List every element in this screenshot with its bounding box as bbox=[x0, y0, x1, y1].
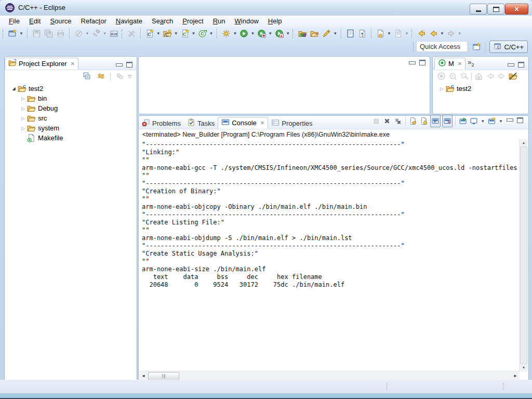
new-wizard-button[interactable] bbox=[7, 28, 19, 39]
open-console-dropdown-icon[interactable]: ▼ bbox=[499, 119, 503, 124]
minimize-view-icon[interactable] bbox=[116, 63, 123, 66]
skip-breakpoints-dropdown-icon[interactable]: ▼ bbox=[85, 31, 89, 36]
nav-back-icon[interactable] bbox=[485, 71, 496, 82]
new-wizard-dropdown-icon[interactable]: ▼ bbox=[19, 31, 23, 36]
stderr-sync-icon[interactable] bbox=[442, 115, 453, 127]
run-button[interactable] bbox=[238, 28, 250, 39]
back-dropdown-icon[interactable]: ▼ bbox=[440, 31, 444, 36]
save-button[interactable] bbox=[31, 28, 43, 39]
build-dropdown-icon[interactable]: ▼ bbox=[103, 31, 107, 36]
maximize-button[interactable] bbox=[487, 4, 504, 15]
tab-make-target[interactable]: M ✕ bbox=[434, 58, 466, 70]
tree-item-system[interactable]: ▷system bbox=[5, 123, 137, 133]
clear-console-icon[interactable] bbox=[408, 115, 418, 127]
bullseye-gray2-icon[interactable] bbox=[447, 71, 458, 82]
profile-run-button[interactable] bbox=[273, 28, 285, 39]
save-all-button[interactable] bbox=[43, 28, 55, 39]
maximize-view-icon[interactable] bbox=[517, 117, 523, 123]
next-annotation-dropdown-icon[interactable]: ▼ bbox=[387, 31, 391, 36]
open-folder-arrow-button[interactable] bbox=[309, 28, 321, 39]
doc-para-button[interactable]: ¶ bbox=[356, 28, 368, 39]
tree-item-src[interactable]: ▷src bbox=[5, 113, 137, 123]
display-console-dropdown-icon[interactable]: ▼ bbox=[481, 119, 485, 124]
c-analysis-button[interactable]: C bbox=[197, 28, 209, 39]
tab-tasks[interactable]: Tasks bbox=[184, 118, 218, 129]
tree-item-makefile[interactable]: Makefile bbox=[5, 133, 137, 143]
new-class-dropdown-icon[interactable]: ▼ bbox=[192, 31, 196, 36]
new-class-button[interactable]: C bbox=[179, 28, 191, 39]
cpp-perspective-button[interactable]: C C/C++ bbox=[489, 41, 528, 53]
close-button[interactable]: ✕ bbox=[505, 4, 528, 15]
menu-run[interactable]: Run bbox=[208, 16, 230, 26]
bullseye-gray3-icon[interactable] bbox=[459, 71, 470, 82]
tree-item-debug[interactable]: ▷Debug bbox=[5, 103, 137, 113]
collapse-arrow-icon[interactable]: ◢ bbox=[10, 86, 18, 91]
c-analysis-dropdown-icon[interactable]: ▼ bbox=[209, 31, 214, 36]
quick-access-box[interactable]: Quick Access bbox=[416, 41, 468, 52]
binary-folder-button[interactable]: 010 bbox=[108, 28, 120, 39]
pin-console-icon[interactable] bbox=[458, 115, 468, 127]
menu-project[interactable]: Project bbox=[178, 16, 208, 26]
open-perspective-button[interactable] bbox=[470, 41, 483, 52]
remove-all-icon[interactable] bbox=[393, 115, 403, 127]
doc-blue-button[interactable] bbox=[344, 28, 356, 39]
scroll-lock-icon[interactable] bbox=[419, 115, 429, 127]
remove-launch-icon[interactable] bbox=[382, 115, 392, 127]
next-annotation-button[interactable] bbox=[375, 28, 387, 39]
console-output[interactable]: "---------------------------------------… bbox=[139, 139, 520, 371]
back-history-button[interactable] bbox=[416, 28, 428, 39]
view-menu-icon[interactable]: ▽ bbox=[128, 74, 131, 79]
search-pencil-button[interactable] bbox=[321, 28, 332, 39]
editor-area[interactable] bbox=[138, 56, 430, 114]
link-editor-icon[interactable] bbox=[95, 71, 107, 82]
hide-folders-icon[interactable] bbox=[508, 71, 518, 82]
bullseye-gray1-icon[interactable] bbox=[436, 71, 447, 82]
console-vertical-scrollbar[interactable]: ▲ ▼ bbox=[519, 139, 528, 371]
tab-project-explorer[interactable]: Project Explorer ✕ bbox=[5, 58, 78, 70]
minimize-editor-icon[interactable] bbox=[409, 61, 416, 64]
menu-window[interactable]: Window bbox=[230, 16, 263, 26]
terminate-icon[interactable] bbox=[371, 115, 381, 127]
minimize-view-icon[interactable] bbox=[508, 63, 514, 66]
external-tools-dropdown-icon[interactable]: ▼ bbox=[233, 31, 237, 36]
nav-fwd-icon[interactable] bbox=[496, 71, 507, 82]
expand-arrow-icon[interactable]: ▷ bbox=[19, 126, 27, 131]
prev-annotation-button[interactable] bbox=[392, 28, 404, 39]
tab-problems[interactable]: Problems bbox=[139, 118, 184, 129]
search-pencil-dropdown-icon[interactable]: ▼ bbox=[333, 31, 337, 36]
close-view-icon[interactable]: ✕ bbox=[458, 61, 462, 66]
tree-item-test2[interactable]: ◢Ctest2 bbox=[5, 84, 137, 94]
scroll-down-icon[interactable]: ▼ bbox=[520, 364, 528, 371]
menu-help[interactable]: Help bbox=[263, 16, 287, 26]
tab-console[interactable]: Console✕ bbox=[218, 117, 268, 129]
new-c-folder-button[interactable]: C bbox=[162, 28, 174, 39]
display-console-icon[interactable] bbox=[469, 115, 478, 127]
skip-breakpoints-button[interactable] bbox=[73, 28, 85, 39]
close-view-icon[interactable]: ✕ bbox=[260, 120, 264, 126]
gears-icon[interactable] bbox=[114, 71, 126, 82]
debug-run-dropdown-icon[interactable]: ▼ bbox=[268, 31, 272, 36]
close-view-icon[interactable]: ✕ bbox=[70, 61, 74, 66]
expand-arrow-icon[interactable]: ▷ bbox=[438, 86, 446, 91]
scroll-thumb[interactable] bbox=[148, 372, 179, 380]
tab-properties[interactable]: Properties bbox=[268, 118, 315, 129]
maximize-view-icon[interactable] bbox=[126, 62, 132, 68]
run-dropdown-icon[interactable]: ▼ bbox=[250, 31, 255, 36]
expand-arrow-icon[interactable]: ▷ bbox=[19, 96, 27, 101]
open-console-icon[interactable] bbox=[487, 115, 497, 127]
maximize-editor-icon[interactable] bbox=[419, 60, 425, 65]
back-button[interactable] bbox=[428, 28, 440, 39]
home-icon[interactable] bbox=[473, 71, 484, 82]
menu-source[interactable]: Source bbox=[45, 16, 76, 26]
menu-refactor[interactable]: Refactor bbox=[76, 16, 111, 26]
menu-file[interactable]: File bbox=[4, 16, 24, 26]
forward-button[interactable] bbox=[445, 28, 457, 39]
external-tools-button[interactable] bbox=[220, 28, 232, 39]
new-c-file-dropdown-icon[interactable]: ▼ bbox=[156, 31, 161, 36]
expand-arrow-icon[interactable]: ▷ bbox=[19, 116, 27, 121]
tree-item-test2[interactable]: ▷Ctest2 bbox=[433, 84, 528, 94]
expand-arrow-icon[interactable]: ▷ bbox=[19, 106, 27, 111]
new-c-folder-dropdown-icon[interactable]: ▼ bbox=[174, 31, 178, 36]
pencil-slash-button[interactable] bbox=[126, 28, 138, 39]
scroll-thumb[interactable] bbox=[520, 147, 527, 364]
